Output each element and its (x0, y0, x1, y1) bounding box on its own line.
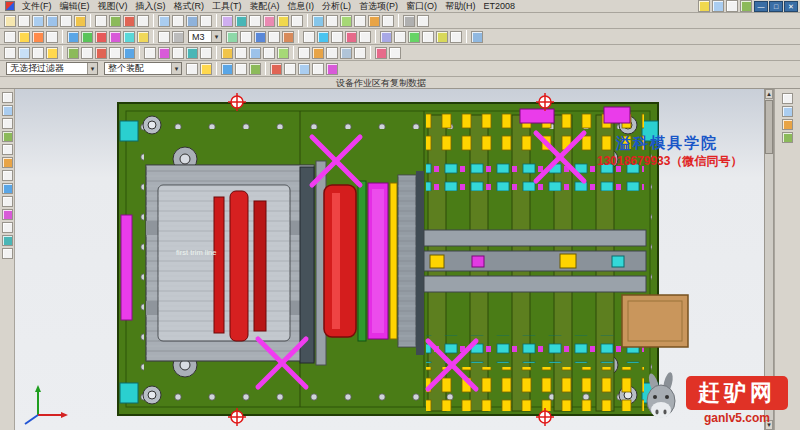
menu-item[interactable]: 帮助(H) (441, 0, 480, 13)
toolbar-icon[interactable] (172, 47, 184, 59)
toolbar-icon[interactable] (263, 47, 275, 59)
toolbar-icon[interactable] (340, 47, 352, 59)
menu-item[interactable]: 信息(I) (284, 0, 319, 13)
toolbar-icon[interactable] (186, 63, 198, 75)
toolbar-icon[interactable] (249, 63, 261, 75)
toolbar-icon[interactable] (81, 31, 93, 43)
toolbar-icon[interactable] (2, 248, 13, 259)
toolbar-icon[interactable] (67, 47, 79, 59)
scroll-up-icon[interactable]: ▲ (765, 89, 773, 99)
toolbar-icon[interactable] (359, 31, 371, 43)
menu-item[interactable]: 首选项(P) (355, 0, 402, 13)
toolbar-icon[interactable] (312, 15, 324, 27)
left-die-assembly[interactable]: first trim line (146, 165, 314, 361)
toolbar-icon[interactable] (270, 63, 282, 75)
toolbar-icon[interactable] (368, 15, 380, 27)
toolbar-icon[interactable] (109, 15, 121, 27)
toolbar-icon[interactable] (303, 31, 315, 43)
toolbar-icon[interactable] (340, 15, 352, 27)
toolbar-icon[interactable] (2, 183, 13, 194)
toolbar-icon[interactable] (403, 15, 415, 27)
toolbar-icon[interactable] (312, 63, 324, 75)
toolbar-icon[interactable] (221, 15, 233, 27)
toolbar-icon[interactable] (4, 15, 16, 27)
maximize-button[interactable]: □ (769, 1, 783, 12)
toolbar-icon[interactable] (137, 31, 149, 43)
toolbar-icon[interactable] (95, 15, 107, 27)
toolbar-icon[interactable] (46, 15, 58, 27)
toolbar-icon[interactable] (2, 131, 13, 142)
toolbar-icon[interactable] (436, 31, 448, 43)
toolbar-icon[interactable] (123, 15, 135, 27)
toolbar-icon[interactable] (18, 31, 30, 43)
toolbar-icon[interactable] (782, 93, 793, 104)
side-gib-magenta[interactable] (121, 215, 132, 320)
toolbar-icon[interactable] (67, 31, 79, 43)
menu-item[interactable]: 分析(L) (318, 0, 355, 13)
toolbar-icon[interactable] (18, 15, 30, 27)
menu-item[interactable]: 插入(S) (132, 0, 170, 13)
toolbar-icon[interactable] (2, 170, 13, 181)
toolbar-icon[interactable] (81, 47, 93, 59)
toolbar-icon[interactable] (158, 47, 170, 59)
toolbar-icon[interactable] (282, 31, 294, 43)
toolbar-icon[interactable] (186, 47, 198, 59)
toolbar-icon[interactable] (298, 63, 310, 75)
toolbar-icon[interactable] (268, 31, 280, 43)
menu-item[interactable]: 格式(R) (170, 0, 209, 13)
toolbar-icon[interactable] (137, 15, 149, 27)
toolbar-icon[interactable] (712, 0, 724, 12)
toolbar-icon[interactable] (186, 15, 198, 27)
toolbar-icon[interactable] (326, 63, 338, 75)
toolbar-icon[interactable] (32, 47, 44, 59)
toolbar-icon[interactable] (74, 15, 86, 27)
toolbar-icon[interactable] (2, 105, 13, 116)
toolbar-icon[interactable] (158, 31, 170, 43)
toolbar-icon[interactable] (95, 31, 107, 43)
toolbar-icon[interactable] (46, 31, 58, 43)
toolbar-icon[interactable] (32, 15, 44, 27)
layer-combo[interactable]: M3 ▾ (188, 30, 222, 43)
toolbar-icon[interactable] (317, 31, 329, 43)
toolbar-icon[interactable] (144, 47, 156, 59)
chevron-down-icon[interactable]: ▾ (171, 63, 181, 74)
close-button[interactable]: ✕ (784, 1, 798, 12)
toolbar-icon[interactable] (380, 31, 392, 43)
menu-item[interactable]: 窗口(O) (402, 0, 441, 13)
toolbar-icon[interactable] (32, 31, 44, 43)
toolbar-icon[interactable] (4, 31, 16, 43)
toolbar-icon[interactable] (417, 15, 429, 27)
toolbar-icon[interactable] (200, 47, 212, 59)
toolbar-icon[interactable] (375, 47, 387, 59)
toolbar-icon[interactable] (2, 196, 13, 207)
toolbar-icon[interactable] (2, 209, 13, 220)
toolbar-icon[interactable] (389, 47, 401, 59)
toolbar-icon[interactable] (2, 144, 13, 155)
chevron-down-icon[interactable]: ▾ (87, 63, 97, 74)
toolbar-icon[interactable] (2, 92, 13, 103)
scrollbar-thumb[interactable] (765, 100, 773, 154)
toolbar-icon[interactable] (782, 106, 793, 117)
toolbar-icon[interactable] (284, 63, 296, 75)
toolbar-icon[interactable] (60, 15, 72, 27)
toolbar-icon[interactable] (158, 15, 170, 27)
toolbar-icon[interactable] (254, 31, 266, 43)
toolbar-icon[interactable] (172, 31, 184, 43)
toolbar-icon[interactable] (394, 31, 406, 43)
toolbar-icon[interactable] (422, 31, 434, 43)
toolbar-icon[interactable] (263, 15, 275, 27)
toolbar-icon[interactable] (312, 47, 324, 59)
toolbar-icon[interactable] (172, 15, 184, 27)
toolbar-icon[interactable] (408, 31, 420, 43)
toolbar-icon[interactable] (18, 47, 30, 59)
toolbar-icon[interactable] (740, 0, 752, 12)
toolbar-icon[interactable] (326, 15, 338, 27)
toolbar-icon[interactable] (698, 0, 710, 12)
toolbar-icon[interactable] (235, 15, 247, 27)
menu-item[interactable]: 文件(F) (18, 0, 56, 13)
toolbar-icon[interactable] (249, 15, 261, 27)
toolbar-icon[interactable] (782, 132, 793, 143)
toolbar-icon[interactable] (450, 31, 462, 43)
toolbar-icon[interactable] (782, 119, 793, 130)
toolbar-icon[interactable] (123, 31, 135, 43)
